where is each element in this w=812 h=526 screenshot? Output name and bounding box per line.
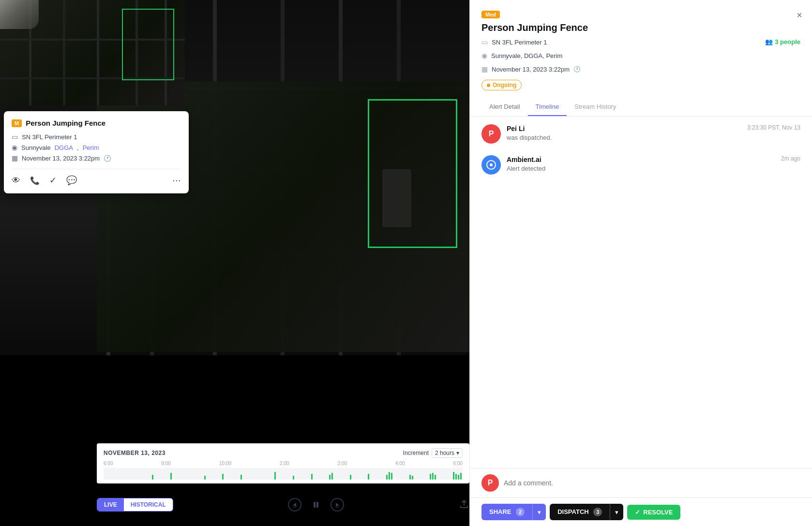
popup-datetime: November 13, 2023 3:22pm bbox=[22, 155, 100, 162]
entry-name-pei: Pei Li bbox=[507, 125, 525, 132]
avatar-ambient bbox=[481, 155, 501, 175]
calendar-icon-popup: ▦ bbox=[12, 154, 18, 162]
popup-more-button[interactable]: ⋯ bbox=[172, 175, 181, 186]
increment-value: 2 hours bbox=[435, 450, 454, 456]
eye-icon: 👁 bbox=[12, 175, 20, 186]
chevron-down-icon-dispatch: ▾ bbox=[615, 509, 618, 516]
pause-button[interactable] bbox=[309, 498, 323, 511]
clock-icon-panel: 🕐 bbox=[573, 66, 581, 73]
panel-footer-actions: SHARE 2 ▾ DISPATCH 3 ▾ ✓ RESOLVE bbox=[470, 497, 812, 526]
resolve-button[interactable]: ✓ RESOLVE bbox=[627, 505, 680, 520]
popup-check-button[interactable]: ✓ bbox=[49, 175, 57, 186]
entry-time-pei: 3:23:30 PST, Nov 13 bbox=[747, 124, 800, 131]
timeline-increment-control: Increment 2 hours ▾ bbox=[403, 448, 463, 458]
close-panel-button[interactable]: × bbox=[797, 10, 802, 21]
svg-text:10: 10 bbox=[335, 505, 339, 508]
dispatch-dropdown-button[interactable]: ▾ bbox=[610, 504, 623, 520]
timeline-entry-pei-li: P Pei Li was dispatched. 3:23:30 PST, No… bbox=[481, 124, 800, 144]
timeline-entry-body-pei: Pei Li was dispatched. bbox=[507, 124, 741, 142]
panel-timeline-content: P Pei Li was dispatched. 3:23:30 PST, No… bbox=[470, 117, 812, 468]
popup-comment-button[interactable]: 💬 bbox=[66, 175, 77, 186]
thumbnail-video[interactable] bbox=[0, 0, 185, 105]
avatar-pei-li: P bbox=[481, 124, 501, 144]
chevron-down-icon-share: ▾ bbox=[538, 509, 541, 516]
ongoing-label: Ongoing bbox=[493, 82, 516, 88]
panel-severity-badge: Med bbox=[481, 11, 500, 18]
rewind-button[interactable]: 10 bbox=[288, 498, 301, 511]
tab-stream-history[interactable]: Stream History bbox=[567, 98, 624, 116]
people-icon: 👥 bbox=[765, 38, 773, 45]
entry-time-ambient: 2m ago bbox=[781, 155, 800, 162]
upload-share-button[interactable] bbox=[459, 498, 469, 511]
check-resolve-icon: ✓ bbox=[635, 509, 640, 516]
timeline-date: NOVEMBER 13, 2023 bbox=[104, 450, 165, 456]
dispatch-button[interactable]: DISPATCH 3 bbox=[550, 504, 610, 520]
people-count-value: 3 people bbox=[775, 38, 800, 45]
share-count-badge: 2 bbox=[516, 508, 525, 516]
location-icon-popup: ◉ bbox=[12, 144, 17, 151]
ongoing-status-badge: Ongoing bbox=[481, 80, 522, 90]
alert-detail-panel: × Med Person Jumping Fence ▭ SN 3FL Peri… bbox=[469, 0, 812, 526]
popup-tag-dgga[interactable]: DGGA bbox=[55, 144, 73, 151]
phone-icon: 📞 bbox=[30, 176, 40, 185]
timeline-entry-body-ambient: Ambient.ai Alert detected bbox=[507, 155, 775, 173]
chevron-down-icon: ▾ bbox=[456, 450, 459, 456]
svg-text:10: 10 bbox=[293, 505, 297, 508]
panel-tabs: Alert Detail Timeline Stream History bbox=[481, 98, 800, 116]
svg-point-7 bbox=[490, 163, 493, 166]
share-dropdown-button[interactable]: ▾ bbox=[532, 504, 546, 520]
popup-phone-button[interactable]: 📞 bbox=[30, 176, 40, 185]
tab-timeline[interactable]: Timeline bbox=[528, 98, 567, 116]
camera-icon-panel: ▭ bbox=[481, 38, 488, 46]
comment-input[interactable] bbox=[504, 479, 800, 487]
popup-severity-badge: M bbox=[12, 119, 22, 127]
forward-button[interactable]: 10 bbox=[331, 498, 344, 511]
increment-label: Increment bbox=[403, 450, 429, 456]
panel-camera: SN 3FL Perimeter 1 bbox=[492, 39, 547, 46]
panel-location-meta: ◉ Sunnyvale, DGGA, Perim bbox=[481, 52, 581, 59]
timeline-area: NOVEMBER 13, 2023 Increment 2 hours ▾ 6:… bbox=[97, 443, 469, 483]
camera-icon: ▭ bbox=[12, 133, 18, 141]
detection-box bbox=[368, 99, 457, 248]
panel-camera-meta: ▭ SN 3FL Perimeter 1 bbox=[481, 38, 581, 46]
panel-location: Sunnyvale, DGGA, Perim bbox=[491, 52, 562, 59]
panel-header: × Med Person Jumping Fence ▭ SN 3FL Peri… bbox=[470, 0, 812, 117]
playback-buttons: 10 10 bbox=[288, 498, 344, 511]
resolve-label: RESOLVE bbox=[643, 509, 673, 516]
popup-tag-perim[interactable]: Perim bbox=[83, 144, 99, 151]
svg-rect-3 bbox=[316, 502, 318, 508]
timeline-ticks: 6:00 8:00 10:00 2:00 2:00 4:00 6:00 bbox=[104, 461, 463, 466]
dispatch-button-group: DISPATCH 3 ▾ bbox=[550, 504, 623, 520]
timeline-track[interactable] bbox=[104, 468, 463, 480]
popup-eye-button[interactable]: 👁 bbox=[12, 175, 20, 186]
popup-city: Sunnyvale bbox=[21, 144, 51, 151]
svg-rect-2 bbox=[314, 502, 316, 508]
calendar-icon-panel: ▦ bbox=[481, 65, 488, 73]
alert-popup: M Person Jumping Fence ▭ SN 3FL Perimete… bbox=[4, 111, 189, 193]
people-count: 👥 3 people bbox=[765, 38, 800, 45]
entry-name-ambient: Ambient.ai bbox=[507, 156, 541, 163]
panel-datetime: November 13, 2023 3:22pm bbox=[492, 66, 570, 73]
comment-area: P bbox=[470, 468, 812, 497]
panel-title: Person Jumping Fence bbox=[481, 22, 800, 33]
historical-mode-button[interactable]: HISTORICAL bbox=[124, 498, 173, 511]
popup-title: Person Jumping Fence bbox=[26, 119, 105, 127]
clock-icon-popup: 🕐 bbox=[104, 155, 111, 162]
popup-camera: SN 3FL Perimeter 1 bbox=[22, 133, 77, 141]
live-mode-button[interactable]: LIVE bbox=[97, 498, 124, 511]
comment-user-avatar: P bbox=[481, 474, 499, 492]
entry-action-pei: was dispatched. bbox=[507, 134, 552, 141]
video-controls: LIVE HISTORICAL 10 10 bbox=[97, 498, 469, 511]
timeline-entry-ambient: Ambient.ai Alert detected 2m ago bbox=[481, 155, 800, 175]
dispatch-count-badge: 3 bbox=[593, 508, 602, 516]
panel-datetime-meta: ▦ November 13, 2023 3:22pm 🕐 bbox=[481, 65, 581, 73]
share-button[interactable]: SHARE 2 bbox=[481, 504, 532, 520]
comment-icon: 💬 bbox=[66, 175, 77, 186]
increment-select[interactable]: 2 hours ▾ bbox=[432, 448, 463, 458]
more-icon: ⋯ bbox=[172, 175, 181, 186]
ongoing-dot bbox=[487, 84, 490, 87]
share-button-group: SHARE 2 ▾ bbox=[481, 504, 546, 520]
location-icon-panel: ◉ bbox=[481, 52, 487, 59]
entry-action-ambient: Alert detected bbox=[507, 165, 545, 172]
tab-alert-detail[interactable]: Alert Detail bbox=[481, 98, 528, 116]
